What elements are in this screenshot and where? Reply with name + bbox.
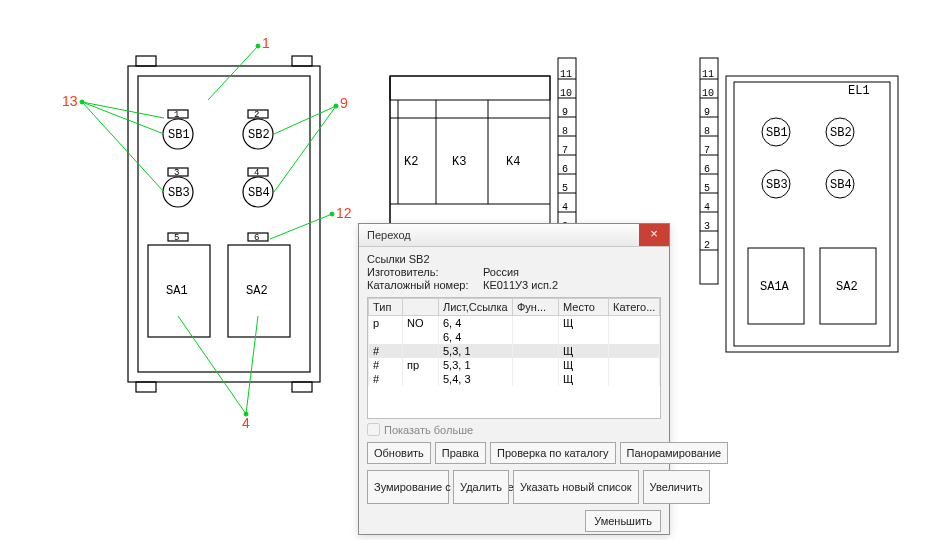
col-link[interactable]: Лист,Ссылка bbox=[439, 299, 513, 316]
zoom-in-button[interactable]: Увеличить bbox=[643, 470, 710, 504]
svg-text:4: 4 bbox=[254, 168, 259, 178]
svg-text:K2: K2 bbox=[404, 155, 418, 169]
svg-rect-4 bbox=[292, 382, 312, 392]
svg-text:8: 8 bbox=[704, 126, 710, 137]
zoom-save-button[interactable]: Зумирование с сохранением bbox=[367, 470, 449, 504]
svg-text:4: 4 bbox=[242, 415, 250, 431]
close-icon[interactable]: × bbox=[639, 224, 669, 246]
svg-text:SB4: SB4 bbox=[830, 178, 852, 192]
svg-rect-1 bbox=[136, 56, 156, 66]
svg-text:8: 8 bbox=[562, 126, 568, 137]
svg-text:9: 9 bbox=[562, 107, 568, 118]
svg-point-101 bbox=[256, 44, 260, 48]
svg-rect-25 bbox=[390, 76, 550, 100]
svg-text:6: 6 bbox=[254, 233, 259, 243]
label-sb2: SB2 bbox=[248, 128, 270, 142]
col-cat[interactable]: Катего... bbox=[609, 299, 660, 316]
svg-text:1: 1 bbox=[174, 110, 179, 120]
results-grid[interactable]: Тип Лист,Ссылка Фун... Место Катего... р… bbox=[367, 297, 661, 419]
zoom-out-button[interactable]: Уменьшить bbox=[585, 510, 661, 532]
svg-line-96 bbox=[274, 106, 336, 134]
svg-text:10: 10 bbox=[702, 88, 714, 99]
show-more-label: Показать больше bbox=[384, 424, 473, 436]
svg-point-102 bbox=[80, 100, 84, 104]
col-place[interactable]: Место bbox=[559, 299, 609, 316]
label-sb4: SB4 bbox=[248, 186, 270, 200]
col-func[interactable]: Фун... bbox=[513, 299, 559, 316]
catalog-check-button[interactable]: Проверка по каталогу bbox=[490, 442, 616, 464]
dialog-titlebar[interactable]: Переход × bbox=[359, 224, 669, 247]
svg-line-97 bbox=[274, 106, 336, 192]
svg-text:2: 2 bbox=[254, 110, 259, 120]
svg-text:K4: K4 bbox=[506, 155, 520, 169]
svg-rect-78 bbox=[734, 82, 890, 346]
svg-point-104 bbox=[330, 212, 334, 216]
svg-text:SB1: SB1 bbox=[766, 126, 788, 140]
svg-rect-2 bbox=[292, 56, 312, 66]
new-list-button[interactable]: Указать новый список bbox=[513, 470, 639, 504]
label-sb1: SB1 bbox=[168, 128, 190, 142]
mfr-label: Изготовитель: bbox=[367, 266, 477, 278]
svg-text:6: 6 bbox=[562, 164, 568, 175]
cat-label: Каталожный номер: bbox=[367, 279, 477, 291]
svg-rect-5 bbox=[138, 76, 310, 372]
svg-text:3: 3 bbox=[174, 168, 179, 178]
svg-text:11: 11 bbox=[560, 69, 572, 80]
navigate-dialog: Переход × Ссылки SB2 Изготовитель:Россия… bbox=[358, 223, 670, 535]
label-sa1: SA1 bbox=[166, 284, 188, 298]
refresh-button[interactable]: Обновить bbox=[367, 442, 431, 464]
svg-line-92 bbox=[208, 46, 258, 100]
svg-text:6: 6 bbox=[704, 164, 710, 175]
svg-text:5: 5 bbox=[562, 183, 568, 194]
col-state[interactable] bbox=[403, 299, 439, 316]
label-sa2: SA2 bbox=[246, 284, 268, 298]
svg-text:5: 5 bbox=[174, 233, 179, 243]
svg-text:4: 4 bbox=[704, 202, 710, 213]
svg-text:K3: K3 bbox=[452, 155, 466, 169]
label-sb3: SB3 bbox=[168, 186, 190, 200]
svg-text:9: 9 bbox=[340, 95, 348, 111]
svg-rect-77 bbox=[726, 76, 898, 352]
svg-line-99 bbox=[178, 316, 246, 414]
svg-text:SB2: SB2 bbox=[830, 126, 852, 140]
svg-rect-24 bbox=[390, 76, 550, 224]
ref-label: Ссылки SB2 bbox=[367, 253, 477, 265]
svg-text:SB3: SB3 bbox=[766, 178, 788, 192]
table-row[interactable]: #5,3, 1Щ bbox=[369, 344, 660, 358]
svg-rect-3 bbox=[136, 382, 156, 392]
pan-button[interactable]: Панорамирование bbox=[620, 442, 729, 464]
table-row[interactable]: #пр5,3, 1Щ bbox=[369, 358, 660, 372]
svg-text:SA1A: SA1A bbox=[760, 280, 790, 294]
svg-text:SA2: SA2 bbox=[836, 280, 858, 294]
svg-text:13: 13 bbox=[62, 93, 78, 109]
svg-text:EL1: EL1 bbox=[848, 84, 870, 98]
svg-text:2: 2 bbox=[704, 240, 710, 251]
svg-text:1: 1 bbox=[262, 35, 270, 51]
mfr-value: Россия bbox=[483, 266, 519, 278]
svg-line-100 bbox=[246, 316, 258, 414]
svg-text:9: 9 bbox=[704, 107, 710, 118]
svg-text:7: 7 bbox=[704, 145, 710, 156]
annotation-leaders bbox=[80, 44, 338, 416]
svg-point-103 bbox=[334, 104, 338, 108]
svg-line-94 bbox=[82, 102, 164, 134]
table-row[interactable]: 6, 4 bbox=[369, 330, 660, 344]
delete-button[interactable]: Удалить bbox=[453, 470, 509, 504]
col-type[interactable]: Тип bbox=[369, 299, 403, 316]
svg-line-98 bbox=[270, 214, 332, 239]
edit-button[interactable]: Правка bbox=[435, 442, 486, 464]
show-more-checkbox[interactable] bbox=[367, 423, 380, 436]
svg-text:11: 11 bbox=[702, 69, 714, 80]
svg-text:7: 7 bbox=[562, 145, 568, 156]
svg-text:5: 5 bbox=[704, 183, 710, 194]
table-row[interactable]: рNO6, 4Щ bbox=[369, 316, 660, 331]
table-row[interactable]: #5,4, 3Щ bbox=[369, 372, 660, 386]
svg-rect-0 bbox=[128, 66, 320, 382]
svg-text:10: 10 bbox=[560, 88, 572, 99]
cat-value: КЕ011У3 исп.2 bbox=[483, 279, 558, 291]
dialog-title: Переход bbox=[367, 229, 411, 241]
svg-text:4: 4 bbox=[562, 202, 568, 213]
svg-text:12: 12 bbox=[336, 205, 352, 221]
svg-text:3: 3 bbox=[704, 221, 710, 232]
